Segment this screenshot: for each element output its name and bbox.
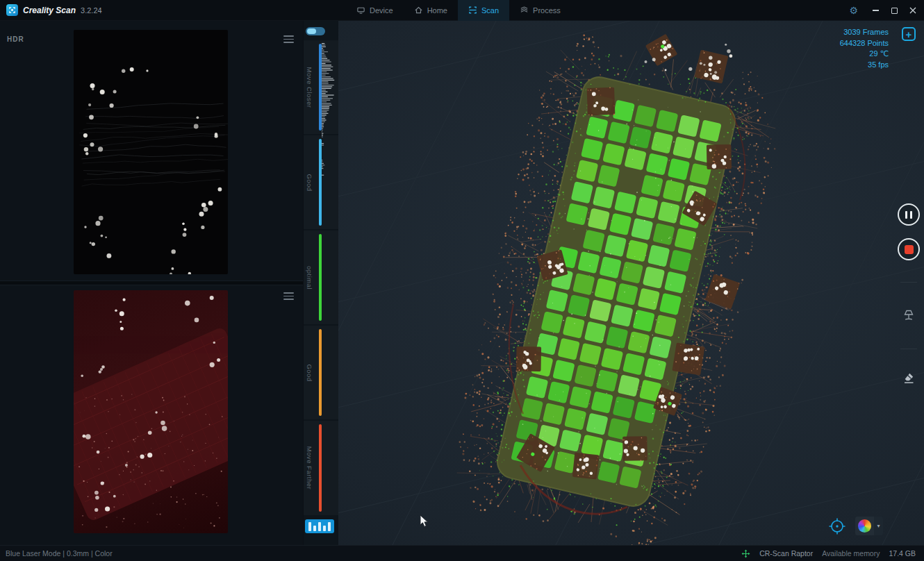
scan-viewport-3d[interactable]: 3039 Frames 644328 Points 29 ℃ 35 fps + <box>338 21 924 545</box>
gauge-bar-move-farther <box>319 424 322 512</box>
home-icon <box>414 6 423 16</box>
stop-scan-button[interactable] <box>898 238 920 260</box>
settings-gear-icon[interactable]: ⚙ <box>849 6 858 15</box>
creality-scan-window: Creality Scan 3.2.24 Device Home Scan Pr… <box>0 0 924 561</box>
memory-value: 17.4 GB <box>889 549 916 558</box>
color-mode-dropdown[interactable]: ▾ <box>874 517 883 535</box>
statusbar-right: CR-Scan Raptor Available memory 17.4 GB <box>741 549 916 558</box>
temperature-value: 29 ℃ <box>840 49 889 60</box>
scan-icon <box>468 6 477 16</box>
color-preview-image <box>74 290 228 533</box>
gauge-bar-good-far <box>319 329 322 416</box>
scan-toolbar <box>897 203 921 433</box>
color-mode-control: ▾ <box>855 517 883 535</box>
chevron-down-icon: ▾ <box>877 523 880 529</box>
minimize-icon <box>873 10 879 11</box>
crosshair-icon <box>828 517 846 535</box>
nav-label-home: Home <box>427 6 447 15</box>
gauge-toggle-knob <box>307 28 316 34</box>
titlebar: Creality Scan 3.2.24 Device Home Scan Pr… <box>0 0 924 21</box>
preview-divider <box>0 280 303 285</box>
light-button[interactable] <box>901 308 916 323</box>
camera-panel: HDR <box>0 21 303 545</box>
app-logo-icon <box>6 4 18 16</box>
gauge-label-optimal: optimal <box>306 265 313 289</box>
device-axes-icon <box>741 549 750 558</box>
device-icon <box>356 6 365 16</box>
ir-camera-preview <box>74 30 228 274</box>
app-version: 3.2.24 <box>81 6 102 15</box>
gauge-bar-optimal <box>319 234 322 321</box>
nav-label-scan: Scan <box>481 6 499 15</box>
mouse-cursor <box>420 514 429 528</box>
scan-stats: 3039 Frames 644328 Points 29 ℃ 35 fps <box>840 27 889 70</box>
pause-scan-button[interactable] <box>898 203 920 226</box>
device-name: CR-Scan Raptor <box>759 549 813 558</box>
distance-gauge: Move Closer Good optimal Good Move Farth… <box>304 21 338 545</box>
gauge-segment-optimal: optimal <box>304 231 338 324</box>
toolbar-divider <box>900 282 917 283</box>
color-camera-preview <box>74 290 228 533</box>
recenter-view-button[interactable] <box>828 517 846 535</box>
nav-tab-process[interactable]: Process <box>509 0 571 21</box>
maximize-button[interactable] <box>886 0 902 21</box>
minimize-button[interactable] <box>868 0 883 21</box>
toolbar-divider-2 <box>900 349 917 349</box>
main-nav: Device Home Scan Process <box>346 0 571 21</box>
app-brand: Creality Scan 3.2.24 <box>0 4 102 16</box>
point-cloud-scene <box>338 21 924 545</box>
nav-label-process: Process <box>533 6 561 15</box>
eraser-button[interactable] <box>901 370 916 385</box>
gauge-toggle[interactable] <box>306 27 325 35</box>
ir-preview-menu-button[interactable] <box>283 35 294 43</box>
gauge-segment-good-far: Good <box>304 326 338 419</box>
app-title: Creality Scan <box>23 6 76 15</box>
memory-label: Available memory <box>822 549 880 558</box>
color-preview-menu-button[interactable] <box>283 292 294 300</box>
hdr-label: HDR <box>7 35 24 43</box>
gauge-label-move-closer: Move Closer <box>306 67 313 108</box>
depth-histogram <box>322 40 338 187</box>
close-icon <box>909 7 916 14</box>
lamp-icon <box>902 308 916 322</box>
stop-record-icon <box>905 245 914 254</box>
statusbar: Blue Laser Mode | 0.3mm | Color CR-Scan … <box>0 545 924 561</box>
nav-tab-device[interactable]: Device <box>346 0 404 21</box>
color-wheel-icon <box>858 519 871 533</box>
gauge-label-move-farther: Move Farther <box>306 446 313 490</box>
window-controls: ⚙ <box>849 0 924 21</box>
nav-label-device: Device <box>370 6 393 15</box>
fps-value: 35 fps <box>840 60 889 71</box>
points-count: 644328 Points <box>840 38 889 49</box>
scan-mode-info: Blue Laser Mode | 0.3mm | Color <box>6 549 113 558</box>
process-icon <box>520 6 529 16</box>
histogram-toggle-button[interactable] <box>305 519 334 533</box>
gauge-label-good-near: Good <box>306 174 313 191</box>
pause-icon <box>905 211 912 219</box>
nav-tab-home[interactable]: Home <box>404 0 458 21</box>
close-button[interactable] <box>905 0 921 21</box>
ir-preview-image <box>74 30 228 274</box>
gauge-label-good-far: Good <box>306 364 313 381</box>
add-view-button[interactable]: + <box>902 27 916 41</box>
eraser-icon <box>902 371 916 385</box>
gauge-segment-move-farther: Move Farther <box>304 421 338 515</box>
color-mode-button[interactable] <box>855 517 874 535</box>
maximize-icon <box>891 8 898 14</box>
nav-tab-scan[interactable]: Scan <box>458 0 509 21</box>
frames-count: 3039 Frames <box>840 27 889 38</box>
